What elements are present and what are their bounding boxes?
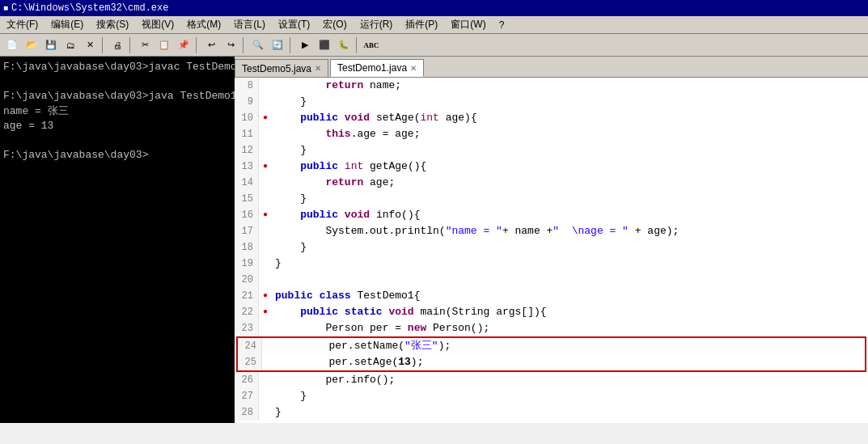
- toolbar-save[interactable]: 💾: [42, 36, 60, 54]
- line-content-15: }: [272, 191, 868, 207]
- line-num-9: 9: [235, 94, 259, 110]
- line-content-19: }: [272, 256, 868, 272]
- code-line-10: 10 ● public void setAge(int age){: [235, 110, 868, 126]
- line-num-19: 19: [235, 256, 259, 272]
- code-area[interactable]: 8 return name; 9 } 10 ● public void setA…: [235, 78, 868, 423]
- code-line-18: 18 }: [235, 239, 868, 256]
- code-line-16: 16 ● public void info(){: [235, 207, 868, 223]
- line-content-10: public void setAge(int age){: [272, 110, 868, 126]
- menu-item-run[interactable]: 运行(R): [354, 16, 400, 33]
- line-num-11: 11: [235, 126, 259, 142]
- line-marker-16: ●: [259, 207, 272, 223]
- code-line-20: 20: [235, 272, 868, 288]
- code-line-25: 25 per.setAge(13);: [238, 354, 865, 370]
- line-content-25: per.setAge(13);: [275, 354, 865, 370]
- line-content-24: per.setName("张三");: [275, 338, 865, 354]
- line-content-8: return name;: [272, 78, 868, 94]
- code-line-15: 15 }: [235, 191, 868, 207]
- toolbar-debug[interactable]: 🐛: [335, 36, 353, 54]
- line-num-28: 28: [235, 404, 259, 421]
- menu-item-format[interactable]: 格式(M): [180, 16, 227, 33]
- tab-testdemo5-label: TestDemo5.java: [242, 63, 311, 74]
- code-line-26: 26 per.info();: [235, 372, 868, 388]
- title-bar-icon: ■: [3, 4, 8, 13]
- code-line-11: 11 this.age = age;: [235, 126, 868, 142]
- toolbar-paste[interactable]: 📌: [175, 36, 193, 54]
- line-content-27: }: [272, 388, 868, 404]
- line-num-14: 14: [235, 175, 259, 191]
- toolbar-new[interactable]: 📄: [3, 36, 21, 54]
- line-num-17: 17: [235, 223, 259, 239]
- tab-testdemo1[interactable]: TestDemo1.java ✕: [330, 59, 424, 77]
- line-num-27: 27: [235, 388, 259, 404]
- line-num-20: 20: [235, 272, 259, 288]
- tab-testdemo1-close[interactable]: ✕: [410, 64, 417, 73]
- code-line-19: 19 }: [235, 256, 868, 272]
- menu-item-edit[interactable]: 编辑(E): [44, 16, 90, 33]
- toolbar-run[interactable]: ▶: [296, 36, 314, 54]
- code-line-12: 12 }: [235, 142, 868, 159]
- line-content-26: per.info();: [272, 372, 868, 388]
- code-line-8: 8 return name;: [235, 78, 868, 94]
- cmd-panel: F:\java\javabase\day03>javac TestDemo1.j…: [0, 57, 235, 423]
- toolbar-save-all[interactable]: 🗂: [61, 36, 79, 54]
- title-bar: ■ C:\Windows\System32\cmd.exe: [0, 0, 868, 16]
- toolbar-print[interactable]: 🖨: [108, 36, 126, 54]
- toolbar-sep5: [290, 37, 293, 53]
- toolbar-copy[interactable]: 📋: [155, 36, 173, 54]
- line-marker-13: ●: [259, 159, 272, 175]
- menu-item-plugins[interactable]: 插件(P): [399, 16, 444, 33]
- line-num-12: 12: [235, 142, 259, 159]
- highlighted-region: 24 per.setName("张三"); 25 per.setAge(13);: [236, 336, 866, 372]
- line-num-18: 18: [235, 239, 259, 256]
- menu-item-view[interactable]: 视图(V): [135, 16, 180, 33]
- code-line-27: 27 }: [235, 388, 868, 404]
- menu-item-help[interactable]: ?: [493, 18, 511, 32]
- line-content-12: }: [272, 142, 868, 159]
- toolbar-open[interactable]: 📂: [23, 36, 40, 54]
- code-line-24: 24 per.setName("张三");: [238, 338, 865, 354]
- line-content-21: public class TestDemo1{: [272, 288, 868, 304]
- toolbar-cut[interactable]: ✂: [136, 36, 154, 54]
- line-content-11: this.age = age;: [272, 126, 868, 142]
- toolbar-replace[interactable]: 🔄: [269, 36, 286, 54]
- toolbar-stop[interactable]: ⬛: [315, 36, 333, 54]
- code-line-21: 21 ● public class TestDemo1{: [235, 288, 868, 304]
- tab-testdemo1-label: TestDemo1.java: [337, 62, 407, 74]
- line-content-23: Person per = new Person();: [272, 320, 868, 336]
- code-line-14: 14 return age;: [235, 175, 868, 191]
- code-line-23: 23 Person per = new Person();: [235, 320, 868, 336]
- line-content-9: }: [272, 94, 868, 110]
- tab-testdemo5-close[interactable]: ✕: [315, 64, 321, 73]
- menu-bar: 文件(F) 编辑(E) 搜索(S) 视图(V) 格式(M) 语言(L) 设置(T…: [0, 16, 868, 34]
- line-num-26: 26: [235, 372, 259, 388]
- line-num-21: 21: [235, 288, 259, 304]
- tab-testdemo5[interactable]: TestDemo5.java ✕: [235, 59, 328, 77]
- menu-item-language[interactable]: 语言(L): [227, 16, 272, 33]
- toolbar-redo[interactable]: ↪: [222, 36, 239, 54]
- menu-item-search[interactable]: 搜索(S): [90, 16, 135, 33]
- menu-item-window[interactable]: 窗口(W): [444, 16, 492, 33]
- line-num-24: 24: [238, 338, 262, 354]
- toolbar-spell[interactable]: ABC: [362, 36, 380, 54]
- code-line-17: 17 System.out.println("name = "+ name +"…: [235, 223, 868, 239]
- line-num-23: 23: [235, 320, 259, 336]
- line-content-17: System.out.println("name = "+ name +" \n…: [272, 223, 868, 239]
- toolbar-find[interactable]: 🔍: [249, 36, 267, 54]
- editor-panel: TestDemo5.java ✕ TestDemo1.java ✕ 8 retu…: [235, 57, 868, 423]
- line-content-18: }: [272, 239, 868, 256]
- toolbar-sep6: [356, 37, 359, 53]
- menu-item-settings[interactable]: 设置(T): [272, 16, 316, 33]
- toolbar: 📄 📂 💾 🗂 ✕ 🖨 ✂ 📋 📌 ↩ ↪ 🔍 🔄 ▶ ⬛ 🐛 ABC: [0, 34, 868, 57]
- line-marker-22: ●: [259, 304, 272, 320]
- cmd-output: F:\java\javabase\day03>javac TestDemo1.j…: [3, 60, 231, 163]
- line-content-14: return age;: [272, 175, 868, 191]
- menu-item-macro[interactable]: 宏(O): [316, 16, 353, 33]
- menu-item-file[interactable]: 文件(F): [0, 16, 44, 33]
- toolbar-undo[interactable]: ↩: [202, 36, 220, 54]
- line-num-16: 16: [235, 207, 259, 223]
- title-bar-text: C:\Windows\System32\cmd.exe: [11, 2, 168, 14]
- toolbar-sep2: [129, 37, 133, 53]
- line-num-10: 10: [235, 110, 259, 126]
- toolbar-close[interactable]: ✕: [81, 36, 99, 54]
